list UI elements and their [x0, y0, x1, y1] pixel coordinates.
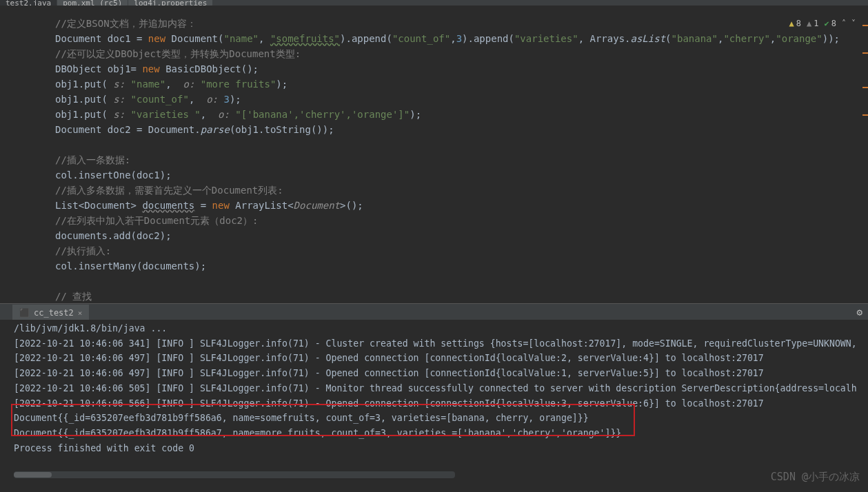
- chevron-up-icon[interactable]: ˄: [842, 16, 846, 31]
- console-line: Process finished with exit code 0: [14, 441, 868, 456]
- close-icon[interactable]: ×: [78, 309, 83, 318]
- console-line: /lib/jvm/jdk1.8/bin/java ...: [14, 321, 868, 336]
- code-line: List<Document> documents = new ArrayList…: [55, 198, 868, 213]
- code-line: col.insertMany(documents);: [55, 258, 868, 274]
- scrollbar-thumb[interactable]: [14, 472, 52, 478]
- editor-tabs: test2.java pom.xml (rc5) log4j.propertie…: [0, 0, 868, 6]
- code-line: Document doc2 = Document.parse(obj1.toSt…: [55, 122, 868, 137]
- console-line: Document{{_id=635207eefb3d781b9ff586a7, …: [14, 426, 868, 441]
- code-line: [55, 137, 868, 152]
- code-line: //执行插入:: [55, 243, 868, 258]
- code-line: DBObject obj1= new BasicDBObject();: [55, 61, 868, 76]
- gear-icon[interactable]: ⚙: [857, 307, 862, 318]
- code-line: // 查找: [55, 289, 868, 304]
- warning-icon: ▲: [807, 16, 811, 31]
- console-line: [2022-10-21 10:46:06 497] [INFO ] SLF4JL…: [14, 351, 868, 366]
- check-icon: ✔: [825, 16, 829, 31]
- chevron-down-icon[interactable]: ˅: [851, 16, 856, 31]
- console-line: [2022-10-21 10:46:06 505] [INFO ] SLF4JL…: [14, 381, 868, 396]
- warning-count: 1: [814, 16, 818, 31]
- code-line: //插入多条数据，需要首先定义一个Document列表:: [55, 183, 868, 198]
- code-line: [55, 274, 868, 289]
- console-line: [2022-10-21 10:46:06 566] [INFO ] SLF4JL…: [14, 396, 868, 411]
- console-line: [2022-10-21 10:46:06 341] [INFO ] SLF4JL…: [14, 336, 868, 351]
- console-line: [2022-10-21 10:46:06 497] [INFO ] SLF4JL…: [14, 366, 868, 381]
- console-tab-bar: ⬛ cc_test2 × ⚙: [0, 303, 868, 320]
- inspection-indicators[interactable]: ▲8 ▲1 ✔8 ˄ ˅: [789, 16, 856, 31]
- tab-pom[interactable]: pom.xml (rc5): [57, 0, 128, 6]
- console-output[interactable]: /lib/jvm/jdk1.8/bin/java ... [2022-10-21…: [0, 320, 868, 478]
- console-scrollbar[interactable]: [14, 471, 455, 478]
- editor-scrollbar[interactable]: [862, 11, 868, 300]
- code-line: //在列表中加入若干Document元素（doc2）:: [55, 213, 868, 228]
- error-count: 8: [796, 16, 801, 31]
- code-line: //插入一条数据:: [55, 152, 868, 167]
- console-tab-label: cc_test2: [34, 308, 74, 318]
- code-line: obj1.put( s: "count_of", o: 3);: [55, 92, 868, 107]
- code-line: documents.add(doc2);: [55, 228, 868, 243]
- code-line: obj1.put( s: "name", o: "more fruits");: [55, 76, 868, 92]
- tab-test2[interactable]: test2.java: [0, 0, 57, 6]
- code-line: //定义BSON文档，并追加内容：: [55, 16, 868, 31]
- watermark: CSDN @小手の冰凉: [771, 471, 860, 484]
- code-editor[interactable]: ▲8 ▲1 ✔8 ˄ ˅ //定义BSON文档，并追加内容： Document …: [0, 6, 868, 303]
- code-line: Document doc1 = new Document("name", "so…: [55, 31, 868, 46]
- code-line: //还可以定义DBObject类型，并转换为Document类型:: [55, 46, 868, 61]
- run-icon: ⬛: [19, 308, 30, 318]
- console-tab[interactable]: ⬛ cc_test2 ×: [12, 305, 89, 320]
- code-line: col.insertOne(doc1);: [55, 167, 868, 183]
- error-icon: ▲: [789, 16, 794, 31]
- tab-log4j[interactable]: log4j.properties: [128, 0, 212, 6]
- ok-count: 8: [831, 16, 836, 31]
- code-line: obj1.put( s: "varieties ", o: "['banana'…: [55, 107, 868, 122]
- console-line: Document{{_id=635207eefb3d781b9ff586a6, …: [14, 411, 868, 426]
